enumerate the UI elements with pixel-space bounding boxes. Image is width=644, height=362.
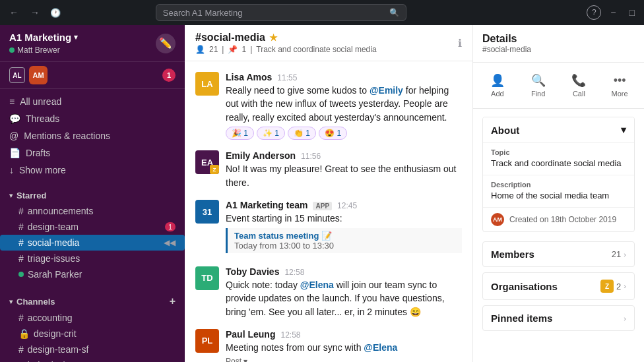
reaction-heart-eyes[interactable]: 😍 1 — [319, 127, 347, 140]
mention[interactable]: @Emily — [370, 85, 403, 96]
avatar: TD — [195, 266, 219, 290]
channel-social-media[interactable]: # social-media ◀◀ — [0, 235, 185, 251]
sidebar: A1 Marketing ▾ Matt Brewer ✏️ AL AM 1 ≡ … — [0, 25, 185, 362]
sidebar-header: A1 Marketing ▾ Matt Brewer ✏️ — [0, 25, 185, 62]
clock-icon: 🕐 — [48, 8, 63, 18]
reaction-clap[interactable]: 👏 1 — [288, 127, 316, 140]
creator-avatar: AM — [491, 213, 504, 226]
mention[interactable]: @Elena — [300, 280, 334, 290]
avatar: PL — [195, 329, 219, 353]
org-badge: Z — [600, 280, 614, 293]
nav-all-unread[interactable]: ≡ All unread — [0, 93, 185, 110]
channel-star-icon[interactable]: ★ — [269, 32, 278, 43]
avatar-al[interactable]: AL — [9, 67, 25, 83]
app-badge: APP — [313, 202, 332, 210]
message-content: Toby Davies 12:58 Quick note: today @Ele… — [226, 266, 462, 318]
channels-chevron-icon: ▾ — [9, 298, 13, 305]
phone-icon: 📞 — [571, 73, 586, 88]
add-person-icon: 👤 — [490, 73, 505, 88]
channel-design-team-sf[interactable]: # design-team-sf — [0, 342, 185, 357]
details-body: About ▾ Topic Track and coordinate socia… — [473, 109, 644, 362]
channels-section-header[interactable]: ▾ Channels + — [0, 293, 185, 310]
search-bar[interactable]: 🔍 — [156, 4, 406, 21]
starred-section: ▾ Starred # announcements # design-team … — [0, 183, 185, 287]
message-content: Paul Leung 12:58 Meeting notes from our … — [226, 329, 462, 362]
channel-accounting[interactable]: # accounting — [0, 310, 185, 326]
msg-author: Toby Davies — [226, 266, 279, 277]
msg-quote[interactable]: Team status meeting 📝 Today from 13:00 t… — [226, 228, 462, 253]
info-button[interactable]: ℹ — [458, 37, 462, 49]
nav-mentions[interactable]: @ Mentions & reactions — [0, 127, 185, 144]
mention[interactable]: @Elena — [364, 342, 397, 353]
chat-area: #social-media ★ 👤 21 | 📌 1 | Track and c… — [185, 25, 472, 362]
org-chevron-icon: › — [624, 282, 626, 290]
nav-drafts[interactable]: 📄 Drafts — [0, 144, 185, 162]
back-button[interactable]: ← — [5, 5, 22, 20]
description-field: Description Home of the social media tea… — [483, 175, 634, 207]
msg-time: 11:55 — [277, 73, 297, 82]
created-info: AM Created on 18th October 2019 — [483, 207, 634, 231]
chat-header: #social-media ★ 👤 21 | 📌 1 | Track and c… — [185, 25, 472, 61]
minimize-button[interactable]: − — [606, 5, 620, 20]
pin-icon: 📌 — [228, 45, 238, 54]
forward-button[interactable]: → — [26, 5, 44, 20]
channel-help-design[interactable]: # help-design — [0, 357, 185, 362]
msg-text: Really need to give some kudos to @Emily… — [226, 84, 462, 124]
quote-title[interactable]: Team status meeting 📝 — [234, 231, 455, 241]
nav-threads[interactable]: 💬 Threads — [0, 110, 185, 127]
find-action-button[interactable]: 🔍 Find — [519, 69, 558, 102]
call-action-button[interactable]: 📞 Call — [560, 69, 598, 102]
organisations-row[interactable]: Organisations Z 2 › — [482, 272, 635, 300]
msg-text: Quick note: today @Elena will join our t… — [226, 278, 462, 318]
table-row: LA Lisa Amos 11:55 Really need to give s… — [195, 72, 462, 140]
pinned-items-row[interactable]: Pinned items › — [482, 305, 635, 331]
reaction-sparkle[interactable]: ✨ 1 — [257, 127, 285, 140]
msg-author: Emily Anderson — [226, 150, 296, 161]
post-link[interactable]: Post ▾ — [226, 357, 462, 362]
avatar-am[interactable]: AM — [29, 66, 48, 84]
add-channel-icon[interactable]: + — [170, 295, 176, 307]
members-chevron-icon: › — [624, 251, 626, 258]
mentions-icon: @ — [9, 131, 18, 141]
reaction-party[interactable]: 🎉 1 — [226, 127, 254, 140]
design-team-badge: 1 — [165, 222, 176, 231]
find-icon: 🔍 — [531, 73, 546, 88]
msg-text: Event starting in 15 minutes: — [226, 212, 462, 225]
channel-announcements[interactable]: # announcements — [0, 203, 185, 219]
workspace-chevron-icon: ▾ — [74, 33, 78, 42]
message-content: A1 Marketing team APP 12:45 Event starti… — [226, 200, 462, 255]
starred-section-header[interactable]: ▾ Starred — [0, 188, 185, 203]
compose-button[interactable]: ✏️ — [156, 34, 176, 53]
message-content: Emily Anderson 11:56 No! It was my pleas… — [226, 150, 462, 189]
table-row: TD Toby Davies 12:58 Quick note: today @… — [195, 266, 462, 318]
details-title: Details — [482, 33, 635, 45]
channel-design-crit[interactable]: 🔒 design-crit — [0, 326, 185, 342]
help-button[interactable]: ? — [587, 5, 601, 20]
avatar: 31 — [195, 200, 219, 224]
dm-online-icon — [18, 272, 24, 277]
maximize-button[interactable]: □ — [626, 5, 639, 20]
user-status: Matt Brewer — [9, 45, 78, 55]
more-action-button[interactable]: ••• More — [600, 70, 639, 102]
channel-design-team[interactable]: # design-team 1 — [0, 219, 185, 235]
details-panel: Details #social-media 👤 Add 🔍 Find 📞 Cal… — [472, 25, 644, 362]
threads-icon: 💬 — [9, 113, 20, 124]
pinned-chevron-icon: › — [624, 315, 626, 322]
members-row[interactable]: Members 21 › — [482, 241, 635, 267]
details-actions: 👤 Add 🔍 Find 📞 Call ••• More — [473, 63, 644, 109]
msg-time: 11:56 — [301, 152, 321, 161]
workspace-name[interactable]: A1 Marketing ▾ — [9, 32, 78, 43]
about-section-header[interactable]: About ▾ — [483, 117, 634, 142]
msg-author: Lisa Amos — [226, 72, 272, 82]
msg-author: Paul Leung — [226, 329, 275, 340]
dm-sarah-parker[interactable]: Sarah Parker — [0, 266, 185, 282]
channel-triage-issues[interactable]: # triage-issues — [0, 251, 185, 266]
search-input[interactable] — [163, 8, 389, 18]
about-chevron-icon: ▾ — [621, 124, 626, 136]
nav-show-more[interactable]: ↓ Show more — [0, 162, 185, 179]
msg-text: Meeting notes from our sync with @Elena — [226, 341, 462, 354]
quote-sub: Today from 13:00 to 13:30 — [234, 241, 455, 251]
msg-time: 12:58 — [280, 330, 300, 340]
members-icon: 👤 — [195, 45, 205, 54]
add-action-button[interactable]: 👤 Add — [478, 69, 517, 102]
